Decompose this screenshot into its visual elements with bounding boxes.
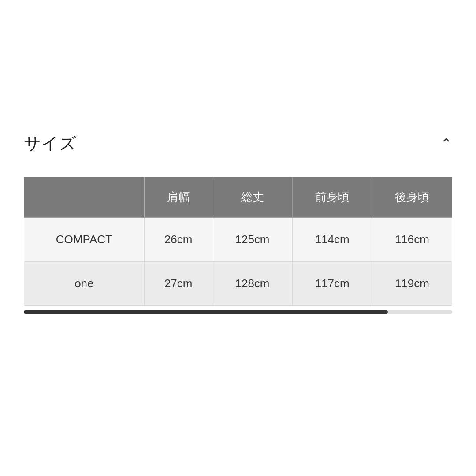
- cell-shoulder-compact: 26cm: [144, 218, 212, 262]
- col-header-front-body: 前身頃: [292, 177, 372, 218]
- cell-size-compact: COMPACT: [24, 218, 145, 262]
- cell-front-body-compact: 114cm: [292, 218, 372, 262]
- cell-total-length-one: 128cm: [212, 262, 292, 306]
- col-header-shoulder: 肩幅: [144, 177, 212, 218]
- page-container: サイズ ⌃ 肩幅 総丈 前身頃 後身頃 COMPACT 26cm 125cm 1…: [0, 0, 476, 476]
- cell-size-one: one: [24, 262, 145, 306]
- section-title: サイズ: [24, 132, 76, 155]
- scroll-bar-container[interactable]: [24, 310, 452, 314]
- section-header: サイズ ⌃: [24, 106, 452, 172]
- col-header-total-length: 総丈: [212, 177, 292, 218]
- chevron-up-icon[interactable]: ⌃: [440, 137, 452, 151]
- cell-front-body-one: 117cm: [292, 262, 372, 306]
- table-row: one 27cm 128cm 117cm 119cm: [24, 262, 452, 306]
- cell-back-body-one: 119cm: [372, 262, 452, 306]
- col-header-back-body: 後身頃: [372, 177, 452, 218]
- cell-total-length-compact: 125cm: [212, 218, 292, 262]
- size-table: 肩幅 総丈 前身頃 後身頃 COMPACT 26cm 125cm 114cm 1…: [24, 177, 452, 306]
- table-header-row: 肩幅 総丈 前身頃 後身頃: [24, 177, 452, 218]
- table-row: COMPACT 26cm 125cm 114cm 116cm: [24, 218, 452, 262]
- cell-shoulder-one: 27cm: [144, 262, 212, 306]
- scroll-bar-thumb: [24, 310, 388, 314]
- col-header-size: [24, 177, 145, 218]
- cell-back-body-compact: 116cm: [372, 218, 452, 262]
